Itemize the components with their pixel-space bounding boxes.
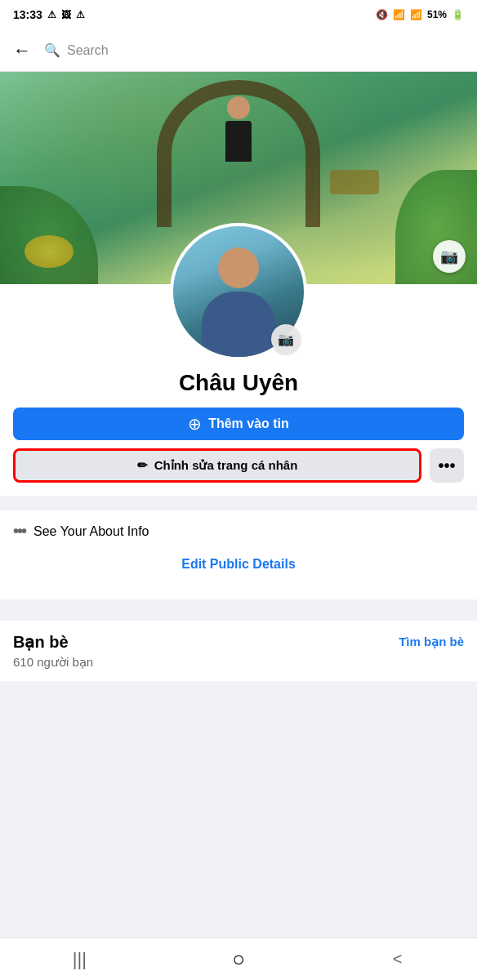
- add-story-label: Thêm vào tin: [208, 416, 289, 431]
- status-bar: 13:33 ⚠ 🖼 ⚠ 🔇 📶 📶 51% 🔋: [0, 0, 477, 29]
- alert-icon-1: ⚠: [47, 9, 56, 20]
- home-circle-icon: ○: [232, 947, 245, 972]
- friends-title: Bạn bè: [13, 632, 69, 652]
- add-story-button[interactable]: ⊕ Thêm vào tin: [13, 408, 464, 440]
- back-chevron-icon: <: [393, 950, 403, 969]
- status-time: 13:33 ⚠ 🖼 ⚠: [13, 8, 85, 21]
- cover-photo-camera-button[interactable]: 📷: [433, 240, 466, 273]
- edit-profile-button[interactable]: ✏ Chỉnh sửa trang cá nhân: [13, 448, 421, 483]
- friends-section: Bạn bè Tìm bạn bè 610 người bạn: [0, 621, 477, 681]
- find-friends-link[interactable]: Tìm bạn bè: [399, 635, 464, 649]
- search-icon: 🔍: [44, 42, 60, 58]
- bottom-nav-menu-button[interactable]: |||: [0, 938, 159, 980]
- flower-decoration: [25, 235, 74, 268]
- search-bar[interactable]: 🔍 Search: [44, 42, 109, 58]
- mute-icon: 🔇: [376, 9, 388, 20]
- about-dots-icon: •••: [13, 522, 25, 541]
- friends-header: Bạn bè Tìm bạn bè: [13, 632, 464, 652]
- alert-icon-2: ⚠: [76, 9, 85, 20]
- plus-icon: ⊕: [188, 416, 202, 432]
- nav-bar: ← 🔍 Search: [0, 29, 477, 72]
- search-placeholder: Search: [67, 43, 109, 58]
- status-icons: 🔇 📶 📶 51% 🔋: [376, 9, 464, 20]
- avatar-wrapper: 📷: [170, 223, 307, 360]
- more-dots-label: •••: [438, 457, 455, 475]
- menu-bars-icon: |||: [73, 949, 87, 970]
- about-label: See Your About Info: [33, 524, 149, 539]
- about-row: ••• See Your About Info: [13, 522, 464, 541]
- bottom-nav-home-button[interactable]: ○: [159, 938, 319, 980]
- edit-public-label: Edit Public Details: [181, 557, 296, 571]
- profile-section: 📷 Châu Uyên ⊕ Thêm vào tin ✏ Chỉnh sửa t…: [0, 284, 477, 496]
- battery-display: 51%: [427, 9, 447, 20]
- bottom-navigation: ||| ○ <: [0, 938, 477, 980]
- pencil-icon: ✏: [137, 458, 148, 473]
- back-button[interactable]: ←: [13, 40, 31, 61]
- about-section: ••• See Your About Info Edit Public Deta…: [0, 510, 477, 599]
- bench-decoration: [330, 170, 379, 194]
- cover-figure-body: [225, 121, 252, 162]
- more-options-button[interactable]: •••: [430, 448, 464, 483]
- avatar-figure-head: [218, 247, 259, 288]
- profile-name: Châu Uyên: [179, 370, 298, 396]
- cover-person-figure: [225, 96, 252, 162]
- image-icon: 🖼: [61, 9, 71, 20]
- signal-icon: 📶: [410, 9, 422, 20]
- cover-figure-head: [227, 96, 250, 119]
- avatar-figure-body: [202, 292, 275, 357]
- battery-icon: 🔋: [452, 9, 464, 20]
- avatar-camera-button[interactable]: 📷: [271, 324, 301, 354]
- avatar-figure: [202, 247, 275, 357]
- section-divider-2: [0, 608, 477, 614]
- friends-count: 610 người bạn: [13, 655, 93, 669]
- wifi-icon: 📶: [393, 9, 405, 20]
- edit-public-details-button[interactable]: Edit Public Details: [26, 549, 451, 580]
- edit-profile-label: Chỉnh sửa trang cá nhân: [154, 458, 298, 473]
- time-display: 13:33: [13, 8, 42, 21]
- section-divider-1: [0, 504, 477, 510]
- bottom-nav-back-button[interactable]: <: [318, 938, 477, 980]
- action-buttons-row: ✏ Chỉnh sửa trang cá nhân •••: [0, 448, 477, 483]
